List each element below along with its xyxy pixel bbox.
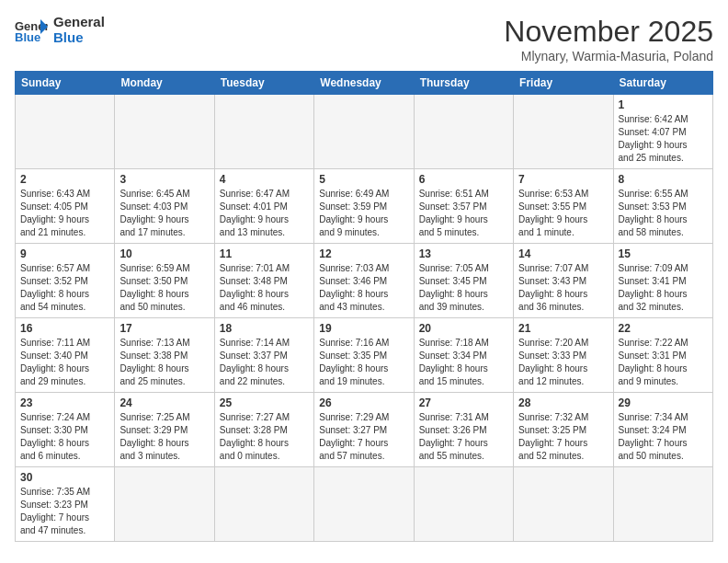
- calendar-cell: 6Sunrise: 6:51 AM Sunset: 3:57 PM Daylig…: [414, 169, 513, 244]
- day-number: 24: [119, 396, 209, 409]
- day-info: Sunrise: 7:16 AM Sunset: 3:35 PM Dayligh…: [319, 337, 408, 388]
- location-subtitle: Mlynary, Warmia-Masuria, Poland: [504, 49, 713, 63]
- calendar-cell: 11Sunrise: 7:01 AM Sunset: 3:48 PM Dayli…: [214, 244, 313, 318]
- calendar-cell: 18Sunrise: 7:14 AM Sunset: 3:37 PM Dayli…: [214, 318, 313, 393]
- calendar-cell: 23Sunrise: 7:24 AM Sunset: 3:30 PM Dayli…: [16, 393, 115, 467]
- day-info: Sunrise: 6:43 AM Sunset: 4:05 PM Dayligh…: [20, 188, 109, 239]
- day-number: 5: [319, 173, 408, 186]
- day-info: Sunrise: 7:22 AM Sunset: 3:31 PM Dayligh…: [619, 337, 708, 388]
- day-number: 3: [119, 173, 209, 186]
- calendar-week-2: 2Sunrise: 6:43 AM Sunset: 4:05 PM Daylig…: [16, 169, 713, 244]
- day-number: 23: [20, 396, 109, 409]
- calendar-cell: [414, 467, 513, 542]
- day-number: 12: [319, 247, 408, 260]
- month-title: November 2025: [504, 15, 713, 49]
- day-info: Sunrise: 7:27 AM Sunset: 3:28 PM Dayligh…: [220, 411, 309, 463]
- day-number: 17: [119, 322, 209, 335]
- day-info: Sunrise: 7:03 AM Sunset: 3:46 PM Dayligh…: [319, 262, 408, 314]
- title-area: November 2025 Mlynary, Warmia-Masuria, P…: [504, 15, 713, 63]
- calendar-cell: [613, 467, 712, 542]
- calendar-cell: [514, 95, 613, 169]
- calendar-cell: 20Sunrise: 7:18 AM Sunset: 3:34 PM Dayli…: [414, 318, 513, 393]
- day-number: 15: [619, 247, 708, 260]
- day-number: 21: [518, 322, 608, 335]
- calendar-cell: 27Sunrise: 7:31 AM Sunset: 3:26 PM Dayli…: [414, 393, 513, 467]
- day-number: 27: [419, 396, 508, 409]
- weekday-header-friday: Friday: [514, 72, 613, 95]
- weekday-header-saturday: Saturday: [613, 72, 712, 95]
- calendar-cell: 9Sunrise: 6:57 AM Sunset: 3:52 PM Daylig…: [16, 244, 115, 318]
- day-number: 20: [419, 322, 508, 335]
- calendar-week-4: 16Sunrise: 7:11 AM Sunset: 3:40 PM Dayli…: [16, 318, 713, 393]
- calendar-cell: 10Sunrise: 6:59 AM Sunset: 3:50 PM Dayli…: [115, 244, 214, 318]
- day-number: 9: [20, 247, 109, 260]
- logo-blue: Blue: [53, 30, 105, 46]
- calendar-cell: [115, 95, 214, 169]
- day-info: Sunrise: 7:07 AM Sunset: 3:43 PM Dayligh…: [518, 262, 608, 314]
- calendar-cell: [115, 467, 214, 542]
- day-info: Sunrise: 7:01 AM Sunset: 3:48 PM Dayligh…: [220, 262, 309, 314]
- day-number: 28: [518, 396, 608, 409]
- calendar-cell: 30Sunrise: 7:35 AM Sunset: 3:23 PM Dayli…: [16, 467, 115, 542]
- day-number: 1: [619, 98, 708, 111]
- day-number: 13: [419, 247, 508, 260]
- day-info: Sunrise: 6:57 AM Sunset: 3:52 PM Dayligh…: [20, 262, 109, 314]
- day-number: 29: [619, 396, 708, 409]
- calendar-cell: 3Sunrise: 6:45 AM Sunset: 4:03 PM Daylig…: [115, 169, 214, 244]
- day-number: 10: [119, 247, 209, 260]
- calendar-cell: [214, 95, 313, 169]
- calendar-cell: 22Sunrise: 7:22 AM Sunset: 3:31 PM Dayli…: [613, 318, 712, 393]
- day-number: 2: [20, 173, 109, 186]
- day-number: 22: [619, 322, 708, 335]
- day-info: Sunrise: 7:32 AM Sunset: 3:25 PM Dayligh…: [518, 411, 608, 463]
- day-info: Sunrise: 6:51 AM Sunset: 3:57 PM Dayligh…: [419, 188, 508, 239]
- calendar-cell: [314, 95, 414, 169]
- calendar-cell: 1Sunrise: 6:42 AM Sunset: 4:07 PM Daylig…: [613, 95, 712, 169]
- day-info: Sunrise: 7:13 AM Sunset: 3:38 PM Dayligh…: [119, 337, 209, 388]
- calendar-cell: 14Sunrise: 7:07 AM Sunset: 3:43 PM Dayli…: [514, 244, 613, 318]
- calendar-cell: 16Sunrise: 7:11 AM Sunset: 3:40 PM Dayli…: [16, 318, 115, 393]
- day-info: Sunrise: 6:42 AM Sunset: 4:07 PM Dayligh…: [619, 113, 708, 165]
- day-info: Sunrise: 7:05 AM Sunset: 3:45 PM Dayligh…: [419, 262, 508, 314]
- weekday-header-thursday: Thursday: [414, 72, 513, 95]
- calendar-cell: 8Sunrise: 6:55 AM Sunset: 3:53 PM Daylig…: [613, 169, 712, 244]
- calendar-cell: [414, 95, 513, 169]
- day-info: Sunrise: 6:47 AM Sunset: 4:01 PM Dayligh…: [220, 188, 309, 239]
- calendar-cell: 4Sunrise: 6:47 AM Sunset: 4:01 PM Daylig…: [214, 169, 313, 244]
- weekday-header-monday: Monday: [115, 72, 214, 95]
- calendar-table: SundayMondayTuesdayWednesdayThursdayFrid…: [15, 71, 713, 542]
- day-info: Sunrise: 7:25 AM Sunset: 3:29 PM Dayligh…: [119, 411, 209, 463]
- calendar-cell: 17Sunrise: 7:13 AM Sunset: 3:38 PM Dayli…: [115, 318, 214, 393]
- day-number: 19: [319, 322, 408, 335]
- calendar-week-3: 9Sunrise: 6:57 AM Sunset: 3:52 PM Daylig…: [16, 244, 713, 318]
- calendar-cell: [514, 467, 613, 542]
- day-info: Sunrise: 7:18 AM Sunset: 3:34 PM Dayligh…: [419, 337, 508, 388]
- day-info: Sunrise: 7:35 AM Sunset: 3:23 PM Dayligh…: [20, 486, 109, 537]
- calendar-cell: 26Sunrise: 7:29 AM Sunset: 3:27 PM Dayli…: [314, 393, 414, 467]
- day-info: Sunrise: 6:49 AM Sunset: 3:59 PM Dayligh…: [319, 188, 408, 239]
- logo: General Blue General Blue: [15, 15, 105, 45]
- weekday-header-tuesday: Tuesday: [214, 72, 313, 95]
- calendar-cell: 12Sunrise: 7:03 AM Sunset: 3:46 PM Dayli…: [314, 244, 414, 318]
- day-info: Sunrise: 6:59 AM Sunset: 3:50 PM Dayligh…: [119, 262, 209, 314]
- logo-icon: General Blue: [15, 17, 48, 43]
- day-number: 14: [518, 247, 608, 260]
- calendar-cell: 5Sunrise: 6:49 AM Sunset: 3:59 PM Daylig…: [314, 169, 414, 244]
- day-number: 18: [220, 322, 309, 335]
- day-number: 6: [419, 173, 508, 186]
- day-info: Sunrise: 7:14 AM Sunset: 3:37 PM Dayligh…: [220, 337, 309, 388]
- calendar-cell: 2Sunrise: 6:43 AM Sunset: 4:05 PM Daylig…: [16, 169, 115, 244]
- calendar-cell: [214, 467, 313, 542]
- day-number: 8: [619, 173, 708, 186]
- calendar-cell: 19Sunrise: 7:16 AM Sunset: 3:35 PM Dayli…: [314, 318, 414, 393]
- day-number: 4: [220, 173, 309, 186]
- calendar-cell: 25Sunrise: 7:27 AM Sunset: 3:28 PM Dayli…: [214, 393, 313, 467]
- calendar-week-6: 30Sunrise: 7:35 AM Sunset: 3:23 PM Dayli…: [16, 467, 713, 542]
- day-info: Sunrise: 7:31 AM Sunset: 3:26 PM Dayligh…: [419, 411, 508, 463]
- calendar-cell: [16, 95, 115, 169]
- calendar-cell: 28Sunrise: 7:32 AM Sunset: 3:25 PM Dayli…: [514, 393, 613, 467]
- weekday-header-sunday: Sunday: [16, 72, 115, 95]
- day-info: Sunrise: 6:53 AM Sunset: 3:55 PM Dayligh…: [518, 188, 608, 239]
- day-info: Sunrise: 7:29 AM Sunset: 3:27 PM Dayligh…: [319, 411, 408, 463]
- calendar-cell: 29Sunrise: 7:34 AM Sunset: 3:24 PM Dayli…: [613, 393, 712, 467]
